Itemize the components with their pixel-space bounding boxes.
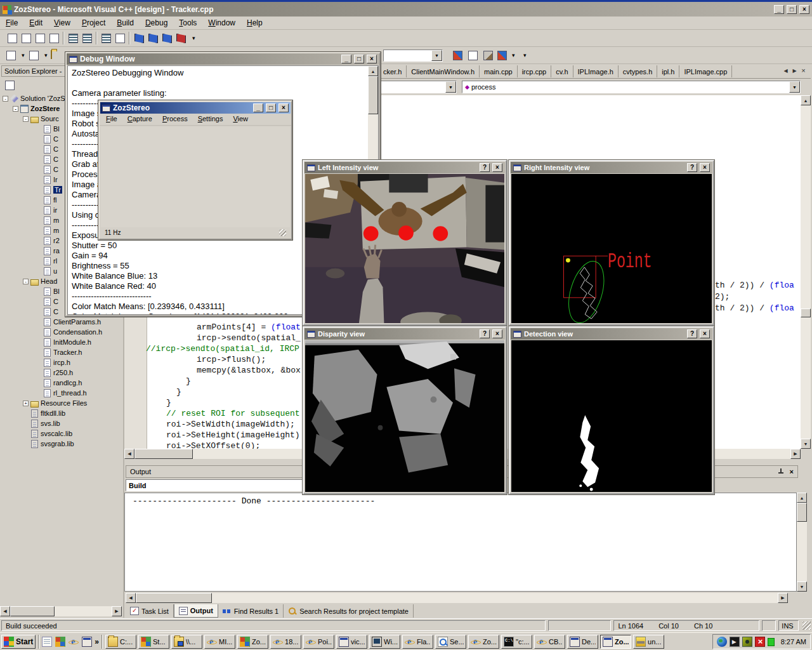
document-tab[interactable]: IPLImage.cpp (679, 65, 732, 77)
left-intensity-titlebar[interactable]: Left Intensity view ? × (304, 162, 505, 173)
tree-expander-icon[interactable] (36, 350, 41, 355)
window-list-icon[interactable] (19, 32, 33, 44)
bookmark-flag-icon[interactable] (160, 32, 174, 44)
tree-expander-icon[interactable] (36, 126, 41, 132)
tree-expander-icon[interactable]: - (23, 116, 29, 122)
menu-item[interactable]: Settings (193, 114, 228, 124)
scrollbar-thumb[interactable] (134, 449, 193, 459)
tree-item[interactable]: svscalc.lib (0, 428, 124, 439)
tree-item[interactable]: randlcg.h (0, 378, 124, 388)
task-window-vic[interactable]: vic... (336, 635, 367, 649)
tree-expander-icon[interactable] (36, 208, 41, 213)
task-explorer-c[interactable]: C:... (105, 635, 136, 649)
tree-item[interactable]: + Resource Files (0, 398, 124, 408)
undo-format-icon[interactable] (113, 32, 127, 44)
output-tab[interactable]: Output (174, 604, 218, 618)
status-green-icon[interactable] (768, 638, 775, 646)
tree-expander-icon[interactable] (36, 370, 41, 376)
task-terminal-wi[interactable]: Wi... (369, 635, 400, 649)
scroll-up-button[interactable]: ▲ (801, 95, 811, 105)
tree-item[interactable]: svs.lib (0, 418, 124, 428)
tree-expander-icon[interactable]: - (23, 279, 29, 284)
task-msdev-zo[interactable]: Zo... (237, 635, 268, 649)
task-winzip-un[interactable]: un... (633, 635, 664, 649)
scrollbar-thumb[interactable] (797, 503, 807, 522)
task-search-se[interactable]: Se... (435, 635, 466, 649)
tab-scroll-left-icon[interactable]: ◀ (782, 68, 790, 74)
scroll-left-button[interactable]: ◀ (0, 606, 10, 616)
tree-expander-icon[interactable] (36, 390, 41, 396)
task-ie-zo[interactable]: Zo... (468, 635, 499, 649)
menu-item[interactable]: Debug (140, 17, 173, 29)
menu-item[interactable]: File (0, 17, 23, 29)
tree-expander-icon[interactable] (36, 248, 41, 254)
detection-titlebar[interactable]: Detection view ? × (511, 328, 712, 340)
close-button[interactable]: × (492, 163, 502, 172)
task-msdev-st[interactable]: St... (138, 635, 169, 649)
tree-expander-icon[interactable]: - (13, 106, 18, 112)
scroll-up-button[interactable]: ▲ (797, 493, 807, 503)
close-button[interactable]: × (492, 329, 502, 338)
scrollbar-thumb[interactable] (136, 593, 212, 603)
document-tab[interactable]: ircp.cpp (518, 65, 552, 77)
maximize-button[interactable]: □ (266, 103, 276, 112)
display-icon[interactable] (742, 637, 752, 647)
back-flag-icon[interactable] (132, 32, 146, 44)
overflow-arrow-icon[interactable] (188, 32, 202, 44)
menu-item[interactable]: Build (111, 17, 140, 29)
scrollbar-thumb[interactable] (10, 606, 55, 616)
tree-item[interactable]: ircp.h (0, 357, 124, 368)
internet-explorer-icon[interactable] (69, 637, 79, 647)
menu-item[interactable]: Project (76, 17, 111, 29)
help-button[interactable]: ? (687, 163, 697, 172)
tree-expander-icon[interactable] (23, 411, 29, 416)
task-ie-cb[interactable]: CB... (534, 635, 565, 649)
scroll-left-button[interactable]: ◀ (126, 593, 136, 603)
menu-item[interactable]: Window (202, 17, 241, 29)
tree-expander-icon[interactable] (36, 187, 41, 193)
tree-item[interactable]: fltkdll.lib (0, 408, 124, 418)
resize-grip[interactable] (802, 621, 811, 630)
help-button[interactable]: ? (480, 163, 490, 172)
tree-expander-icon[interactable] (36, 147, 41, 152)
resize-grip[interactable] (279, 229, 286, 236)
task-ie-mi[interactable]: MI... (204, 635, 235, 649)
menu-item[interactable]: Process (157, 114, 193, 124)
task-ie-fla[interactable]: Fla... (402, 635, 433, 649)
help-button[interactable]: ? (480, 329, 490, 338)
output-vscrollbar[interactable]: ▲ ▼ (797, 493, 807, 592)
tree-item[interactable]: ClientParams.h (0, 317, 124, 327)
task-ie-poi[interactable]: Poi... (303, 635, 334, 649)
output-tab[interactable]: Search Results for project template (284, 604, 414, 618)
close-button[interactable]: × (700, 163, 710, 172)
close-button[interactable]: × (367, 55, 377, 63)
scroll-right-button[interactable]: ▶ (112, 606, 122, 616)
tree-expander-icon[interactable]: - (3, 96, 8, 102)
tree-item[interactable]: rl_thread.h (0, 388, 124, 398)
globe-icon[interactable] (717, 637, 727, 647)
tree-expander-icon[interactable] (36, 238, 41, 244)
tree-expander-icon[interactable] (36, 197, 41, 203)
tree-item[interactable]: Tracker.h (0, 347, 124, 357)
debug-window-titlebar[interactable]: Debug Window _ □ × (67, 53, 379, 65)
error-icon[interactable] (755, 637, 765, 647)
tree-item[interactable]: svsgrab.lib (0, 439, 124, 449)
task-cmd[interactable]: "c:... (501, 635, 532, 649)
start-button[interactable]: Start (1, 635, 36, 649)
tree-expander-icon[interactable] (36, 167, 41, 173)
clear-bookmark-flag-icon[interactable] (174, 32, 188, 44)
find-combo[interactable]: ▼ (383, 50, 443, 62)
main-titlebar[interactable]: ZozStereo - Microsoft Visual C++ [design… (0, 2, 812, 17)
tree-item[interactable]: InitModule.h (0, 337, 124, 347)
show-desktop-icon[interactable] (42, 637, 52, 647)
tree-expander-icon[interactable] (36, 360, 41, 366)
scroll-down-button[interactable]: ▼ (801, 439, 811, 449)
tree-expander-icon[interactable] (36, 319, 41, 325)
menu-item[interactable]: View (48, 17, 76, 29)
output-hscrollbar[interactable]: ◀ ▶ (126, 593, 788, 603)
pin-icon[interactable] (777, 468, 785, 475)
tree-expander-icon[interactable] (36, 218, 41, 223)
font-size-icon[interactable]: A (47, 32, 61, 44)
minimize-button[interactable]: _ (774, 5, 784, 14)
tab-scroll-right-icon[interactable]: ▶ (790, 68, 799, 74)
